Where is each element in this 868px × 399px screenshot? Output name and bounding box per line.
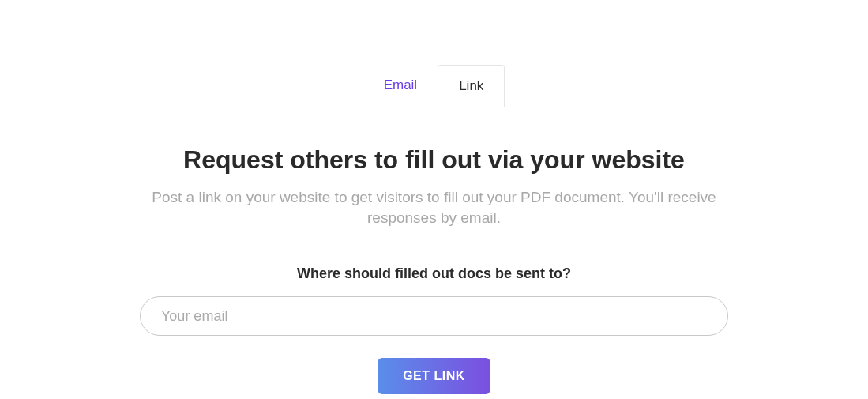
form-section: Where should filled out docs be sent to?… xyxy=(0,265,868,394)
content-area: Request others to fill out via your webs… xyxy=(0,107,868,394)
form-label: Where should filled out docs be sent to? xyxy=(0,265,868,282)
page-heading: Request others to fill out via your webs… xyxy=(0,145,868,175)
tabs-container: Email Link xyxy=(0,0,868,107)
tab-link[interactable]: Link xyxy=(438,65,505,107)
page-subheading: Post a link on your website to get visit… xyxy=(126,187,742,228)
email-input[interactable] xyxy=(140,296,728,336)
tab-email[interactable]: Email xyxy=(363,65,438,107)
get-link-button[interactable]: GET LINK xyxy=(378,358,490,394)
